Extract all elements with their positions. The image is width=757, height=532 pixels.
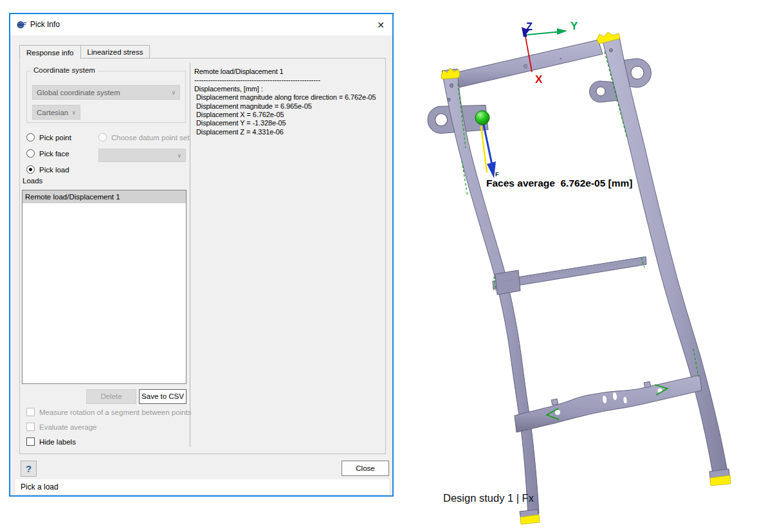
checkbox-icon [26, 423, 35, 431]
dialog-title: Pick Info [30, 20, 60, 29]
checkbox-hide-labels-label: Hide labels [39, 438, 76, 446]
coordinate-type-value: Cartesian [37, 109, 68, 116]
title-bar: Pick Info ✕ [10, 14, 392, 35]
x-axis-label: X [535, 73, 543, 86]
selected-edge-highlights [458, 51, 698, 377]
radio-pick-face[interactable]: Pick face [26, 149, 69, 158]
vertical-divider [190, 63, 190, 447]
delete-button: Delete [86, 389, 136, 404]
y-axis-arrowhead [557, 28, 567, 35]
radio-pick-load[interactable]: Pick load [26, 165, 69, 174]
radio-pick-load-label: Pick load [39, 166, 69, 174]
coordinate-type-select[interactable]: Cartesian ∨ [32, 105, 80, 120]
save-to-csv-button[interactable]: Save to CSV [139, 389, 187, 404]
radio-choose-datum: Choose datum point set [98, 133, 189, 142]
results-text: Remote load/Displacement 1 -------------… [194, 68, 385, 441]
loads-list[interactable]: Remote load/Displacement 1 [22, 190, 187, 384]
frame-foot-left [520, 509, 540, 524]
probe-annotation-label: Faces average 6.762e-05 [mm] [486, 178, 632, 188]
list-item[interactable]: Remote load/Displacement 1 [23, 190, 186, 203]
close-button[interactable]: Close [342, 461, 389, 476]
chevron-down-icon: ∨ [171, 89, 176, 96]
checkbox-hide-labels[interactable]: Hide labels [26, 437, 76, 446]
datum-point-set-select: ∨ [98, 149, 186, 162]
chevron-down-icon: ∨ [71, 109, 76, 116]
coordinate-system-value: Global coordinate system [37, 89, 120, 96]
radio-circle-icon [98, 133, 107, 142]
radio-pick-face-label: Pick face [39, 150, 69, 158]
crossmember-upper [493, 257, 646, 295]
tab-response-info[interactable]: Response info [19, 45, 81, 59]
checkbox-icon[interactable] [26, 437, 35, 446]
checkbox-evaluate-average-label: Evaluate average [39, 423, 97, 431]
coordinate-system-legend: Coordinate system [31, 66, 98, 74]
loads-label: Loads [23, 177, 42, 185]
crossmember-lower [515, 375, 702, 432]
chevron-down-icon: ∨ [177, 152, 181, 159]
checkbox-evaluate-average: Evaluate average [26, 423, 97, 431]
force-label: F [495, 171, 499, 178]
pick-info-icon [17, 21, 26, 29]
help-button[interactable]: ? [21, 461, 37, 477]
y-axis [527, 32, 558, 35]
chassis-frame-model[interactable] [427, 32, 731, 524]
y-axis-label: Y [570, 20, 578, 32]
checkbox-measure-rotation-label: Measure rotation of a segment between po… [39, 408, 192, 416]
study-caption: Design study 1 | Fx [443, 492, 534, 504]
model-viewport[interactable]: F Faces average 6.762e-05 [mm] X Y Z Des… [399, 0, 757, 532]
checkbox-icon [26, 408, 35, 416]
status-text: Pick a load [21, 482, 59, 491]
close-icon[interactable]: ✕ [373, 18, 388, 32]
pick-info-dialog: Pick Info ✕ Response info Linearized str… [9, 13, 394, 497]
probe-point[interactable] [475, 111, 489, 125]
radio-choose-datum-label: Choose datum point set [111, 134, 189, 142]
left-rail [442, 69, 539, 515]
tab-strip: Response info Linearized stress [19, 43, 150, 59]
radio-circle-icon[interactable] [26, 133, 35, 142]
coordinate-system-select[interactable]: Global coordinate system ∨ [32, 85, 180, 100]
radio-pick-point-label: Pick point [39, 134, 71, 142]
z-axis-label: Z [526, 21, 533, 32]
radio-circle-icon[interactable] [26, 149, 35, 158]
right-rail [602, 37, 729, 481]
tab-linearized-stress[interactable]: Linearized stress [81, 45, 150, 59]
radio-circle-icon[interactable] [26, 165, 35, 174]
triad-origin [524, 34, 527, 37]
frame-foot-right [709, 469, 731, 486]
tab-panel: Coordinate system Global coordinate syst… [19, 58, 386, 454]
probe-annotation-group: F Faces average 6.762e-05 [mm] [475, 111, 632, 188]
status-bar: Pick a load [15, 479, 389, 494]
radio-pick-point[interactable]: Pick point [26, 133, 71, 142]
checkbox-measure-rotation: Measure rotation of a segment between po… [26, 408, 192, 416]
force-arrow-head [487, 161, 496, 178]
